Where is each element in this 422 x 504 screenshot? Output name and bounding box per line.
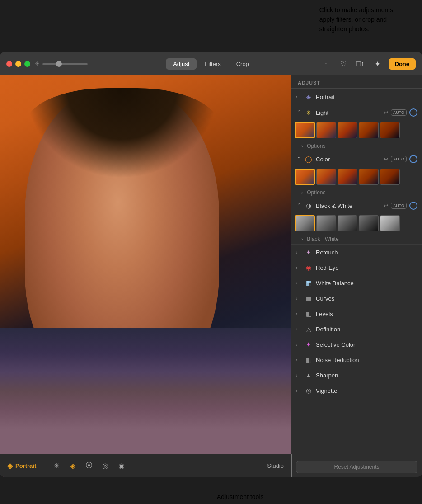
color-thumb-1[interactable] [295,169,315,185]
color-thumb-4[interactable] [359,169,379,185]
brightness-slider[interactable] [42,63,88,65]
photo-area: ◈ Portrait ☀ ◈ ⦿ ◎ ◉ Studio [0,75,291,477]
color-thumb-2[interactable] [316,169,336,185]
callout-line-right [216,31,216,52]
sidebar-item-noisereduction[interactable]: › ▦ Noise Reduction [291,352,422,367]
sidebar-item-bw[interactable]: › ◑ Black & White ↩ AUTO [291,198,422,213]
color-controls: ↩ AUTO [384,155,417,163]
dot-tool-icon[interactable]: ◉ [116,460,127,471]
chevron-icon-selectivecolor: › [296,342,301,347]
bw-toggle[interactable] [409,202,417,210]
more-options-icon[interactable]: ··· [320,57,333,70]
color-thumb-5[interactable] [380,169,400,185]
color-options-label[interactable]: Options [307,189,325,196]
light-controls: ↩ AUTO [384,108,417,117]
tab-adjust[interactable]: Adjust [166,58,197,70]
light-auto-badge[interactable]: AUTO [391,109,407,116]
sidebar-item-retouch[interactable]: › ✦ Retouch [291,245,422,260]
noisereduction-label: Noise Reduction [316,357,417,363]
chevron-icon-color: › [296,156,301,162]
portrait-cube-icon: ◈ [7,462,13,470]
chevron-icon-whitebalance: › [296,281,301,286]
sidebar-item-levels[interactable]: › ▥ Levels [291,306,422,321]
portrait-shirt [0,328,291,454]
photo-bottom-bar: ◈ Portrait ☀ ◈ ⦿ ◎ ◉ Studio [0,454,291,477]
curves-icon: ▤ [304,294,313,303]
light-options-row: › Options [291,140,422,151]
bw-options-label[interactable]: Black [307,236,320,242]
sidebar-item-definition[interactable]: › △ Definition [291,321,422,337]
tooltip-area: Click to make adjustments, apply filters… [0,0,422,52]
sidebar-item-whitebalance[interactable]: › ▦ White Balance [291,275,422,291]
enhance-icon[interactable]: ✦ [371,57,384,70]
sidebar-content: › ◈ Portrait › ☀ Light ↩ AUTO [291,89,422,457]
sidebar-item-sharpen[interactable]: › ▲ Sharpen [291,367,422,383]
bw-thumb-5[interactable] [380,215,400,231]
light-thumb-4[interactable] [359,122,379,138]
vignette-icon: ◎ [304,386,313,395]
definition-label: Definition [316,326,417,333]
section-bw: › ◑ Black & White ↩ AUTO [291,198,422,245]
color-toggle[interactable] [409,155,417,163]
whitebalance-icon: ▦ [304,278,313,287]
selectivecolor-icon: ✦ [304,340,313,349]
reset-adjustments-button[interactable]: Reset Adjustments [296,461,417,473]
color-options-row: › Options [291,187,422,198]
light-thumb-5[interactable] [380,122,400,138]
share-icon[interactable]: □↑ [354,57,367,70]
bw-auto-badge[interactable]: AUTO [391,203,407,209]
sidebar-item-light[interactable]: › ☀ Light ↩ AUTO [291,105,422,120]
brightness-slider-area: ☀ [35,61,88,67]
heart-icon[interactable]: ♡ [337,57,350,70]
light-thumb-3[interactable] [338,122,357,138]
light-thumb-1[interactable] [295,122,315,138]
light-toggle[interactable] [409,108,417,117]
color-thumb-3[interactable] [338,169,357,185]
sidebar: ADJUST › ◈ Portrait › ☀ Light ↩ [291,75,422,477]
ring-tool-icon[interactable]: ◎ [99,460,111,471]
tab-crop[interactable]: Crop [229,58,256,70]
light-thumb-2[interactable] [316,122,336,138]
cube-tool-icon[interactable]: ◈ [67,460,79,471]
maximize-button[interactable] [24,61,30,67]
bottom-annotation-text: Adjustment tools [217,493,264,500]
bottom-tools: ☀ ◈ ⦿ ◎ ◉ [51,460,127,471]
bw-thumb-2[interactable] [316,215,336,231]
sidebar-item-color[interactable]: › ◯ Color ↩ AUTO [291,151,422,167]
sidebar-item-redeye[interactable]: › ◉ Red-Eye [291,260,422,275]
minimize-button[interactable] [15,61,21,67]
bw-thumbnails [291,213,422,233]
sidebar-item-portrait[interactable]: › ◈ Portrait [291,89,422,105]
color-adjust-label: Color [316,156,381,163]
circle-tool-icon[interactable]: ⦿ [83,460,95,471]
sidebar-item-curves[interactable]: › ▤ Curves [291,291,422,306]
bw-thumb-1[interactable] [295,215,315,231]
portrait-label: ◈ Portrait [7,462,36,470]
tab-filters[interactable]: Filters [197,58,228,70]
bw-adjust-label: Black & White [316,203,381,209]
color-auto-badge[interactable]: AUTO [391,156,407,162]
sun-tool-icon[interactable]: ☀ [51,460,62,471]
sidebar-item-vignette[interactable]: › ◎ Vignette [291,383,422,398]
titlebar-right: ··· ♡ □↑ ✦ Done [320,57,416,70]
studio-label: Studio [267,462,284,469]
color-undo-icon[interactable]: ↩ [384,156,388,162]
sidebar-header: ADJUST [291,75,422,89]
selectivecolor-label: Selective Color [316,341,417,348]
close-button[interactable] [6,61,12,67]
light-options-label[interactable]: Options [307,143,325,149]
portrait-adjust-icon: ◈ [304,92,313,101]
bw-thumb-4[interactable] [359,215,379,231]
bw-options-white[interactable]: White [325,236,339,242]
redeye-icon: ◉ [304,263,313,272]
chevron-icon-curves: › [296,296,301,301]
done-button[interactable]: Done [389,58,416,70]
sidebar-item-selectivecolor[interactable]: › ✦ Selective Color [291,337,422,352]
bw-undo-icon[interactable]: ↩ [384,203,388,209]
section-light: › ☀ Light ↩ AUTO [291,105,422,151]
chevron-icon-light: › [296,110,301,115]
noisereduction-icon: ▦ [304,355,313,364]
light-undo-icon[interactable]: ↩ [384,109,388,116]
chevron-icon-bw: › [296,203,301,208]
bw-thumb-3[interactable] [338,215,357,231]
